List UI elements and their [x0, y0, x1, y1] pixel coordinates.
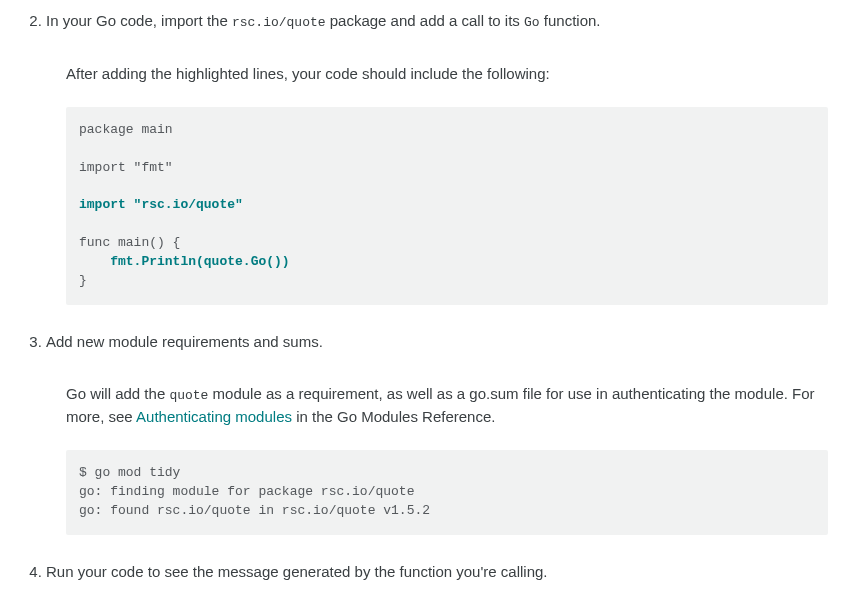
- step-3-content: Go will add the quote module as a requir…: [66, 383, 828, 535]
- step-2-text: In your Go code, import the rsc.io/quote…: [46, 12, 601, 29]
- inline-code: quote: [169, 388, 208, 403]
- steps-list: In your Go code, import the rsc.io/quote…: [28, 10, 828, 600]
- code-line: $ go mod tidy: [79, 465, 180, 480]
- code-line: import "fmt": [79, 160, 173, 175]
- text-fragment: in the Go Modules Reference.: [292, 408, 495, 425]
- text-fragment: function.: [540, 12, 601, 29]
- code-line: go: finding module for package rsc.io/qu…: [79, 484, 414, 499]
- code-line-highlight: import "rsc.io/quote": [79, 197, 243, 212]
- code-line: go: found rsc.io/quote in rsc.io/quote v…: [79, 503, 430, 518]
- step-3-desc: Go will add the quote module as a requir…: [66, 383, 828, 428]
- text-fragment: In your Go code, import the: [46, 12, 232, 29]
- auth-modules-link[interactable]: Authenticating modules: [136, 408, 292, 425]
- code-line: package main: [79, 122, 173, 137]
- text-fragment: Go will add the: [66, 385, 169, 402]
- code-block-go: package main import "fmt" import "rsc.io…: [66, 107, 828, 305]
- step-2: In your Go code, import the rsc.io/quote…: [46, 10, 828, 305]
- code-line: func main() {: [79, 235, 180, 250]
- step-3: Add new module requirements and sums. Go…: [46, 331, 828, 535]
- step-3-text: Add new module requirements and sums.: [46, 333, 323, 350]
- inline-code: Go: [524, 15, 540, 30]
- step-4: Run your code to see the message generat…: [46, 561, 828, 600]
- step-4-text: Run your code to see the message generat…: [46, 563, 548, 580]
- code-block-shell: $ go mod tidy go: finding module for pac…: [66, 450, 828, 535]
- step-2-desc: After adding the highlighted lines, your…: [66, 63, 828, 86]
- step-2-content: After adding the highlighted lines, your…: [66, 63, 828, 305]
- code-line: }: [79, 273, 87, 288]
- text-fragment: package and add a call to its: [326, 12, 524, 29]
- code-line-highlight: fmt.Println(quote.Go()): [79, 254, 290, 269]
- inline-code: rsc.io/quote: [232, 15, 326, 30]
